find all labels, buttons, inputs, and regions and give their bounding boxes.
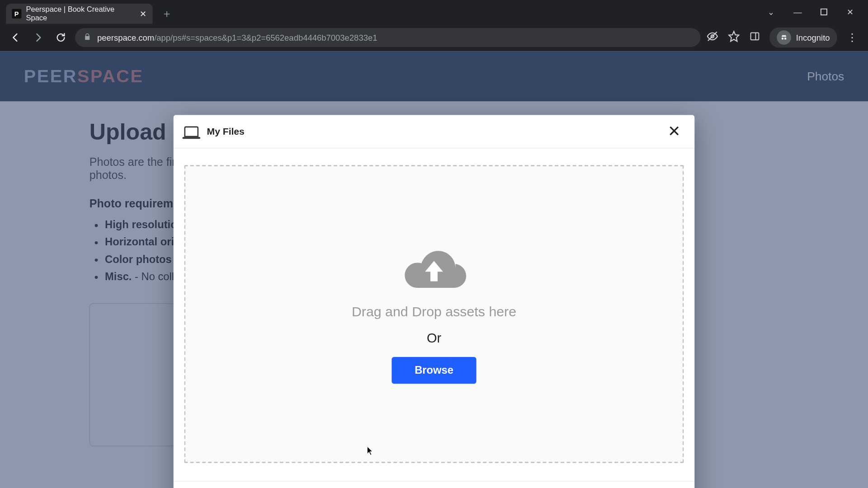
panel-icon[interactable] [750, 31, 760, 44]
cloud-upload-icon [399, 244, 469, 293]
forward-button [30, 29, 47, 46]
svg-point-6 [782, 38, 784, 40]
url-domain: peerspace.com [97, 33, 154, 42]
chevron-down-icon[interactable]: ⌄ [765, 7, 777, 17]
window-controls: ⌄ — ✕ [765, 0, 868, 24]
or-text: Or [427, 331, 441, 346]
upload-modal: My Files ✕ Drag and Drop assets here Or … [174, 115, 695, 488]
incognito-indicator[interactable]: Incognito [770, 28, 837, 48]
back-button[interactable] [7, 29, 24, 46]
maximize-icon[interactable] [818, 8, 830, 15]
svg-rect-4 [751, 33, 759, 40]
svg-marker-3 [729, 31, 739, 41]
new-tab-button[interactable]: ＋ [159, 5, 175, 22]
modal-title: My Files [207, 126, 245, 137]
reload-button[interactable] [52, 29, 69, 46]
browse-button[interactable]: Browse [392, 357, 476, 384]
url-input[interactable]: peerspace.com/app/ps#s=spaces&p1=3&p2=65… [75, 28, 701, 47]
page-area: PEERSPACE Photos Upload p Photos are the… [0, 51, 868, 488]
close-tab-icon[interactable]: ✕ [140, 9, 147, 19]
modal-body: Drag and Drop assets here Or Browse [174, 148, 695, 481]
tab-strip: P Peerspace | Book Creative Space ✕ ＋ ⌄ … [0, 0, 868, 24]
toolbar-right: Incognito ⋮ [707, 28, 861, 48]
tab-title: Peerspace | Book Creative Space [26, 5, 135, 22]
minimize-icon[interactable]: — [792, 7, 803, 17]
incognito-icon [777, 30, 791, 45]
laptop-icon [184, 126, 198, 137]
browser-tab[interactable]: P Peerspace | Book Creative Space ✕ [6, 4, 152, 24]
lock-icon [84, 33, 91, 42]
close-window-icon[interactable]: ✕ [844, 7, 856, 17]
kebab-menu-icon[interactable]: ⋮ [847, 31, 858, 44]
modal-footer [174, 482, 695, 488]
svg-point-7 [784, 38, 787, 40]
close-icon[interactable]: ✕ [665, 122, 684, 141]
url-path: /app/ps#s=spaces&p1=3&p2=6562eadb4446b70… [154, 33, 377, 42]
incognito-label: Incognito [796, 33, 830, 42]
drag-drop-text: Drag and Drop assets here [352, 304, 516, 320]
star-icon[interactable] [728, 30, 740, 45]
browser-chrome: P Peerspace | Book Creative Space ✕ ＋ ⌄ … [0, 0, 868, 51]
address-bar: peerspace.com/app/ps#s=spaces&p1=3&p2=65… [0, 24, 868, 52]
eye-off-icon[interactable] [707, 30, 718, 45]
tab-favicon: P [12, 9, 21, 19]
modal-header: My Files ✕ [174, 115, 695, 149]
dropzone[interactable]: Drag and Drop assets here Or Browse [184, 165, 684, 463]
svg-rect-0 [821, 9, 827, 15]
